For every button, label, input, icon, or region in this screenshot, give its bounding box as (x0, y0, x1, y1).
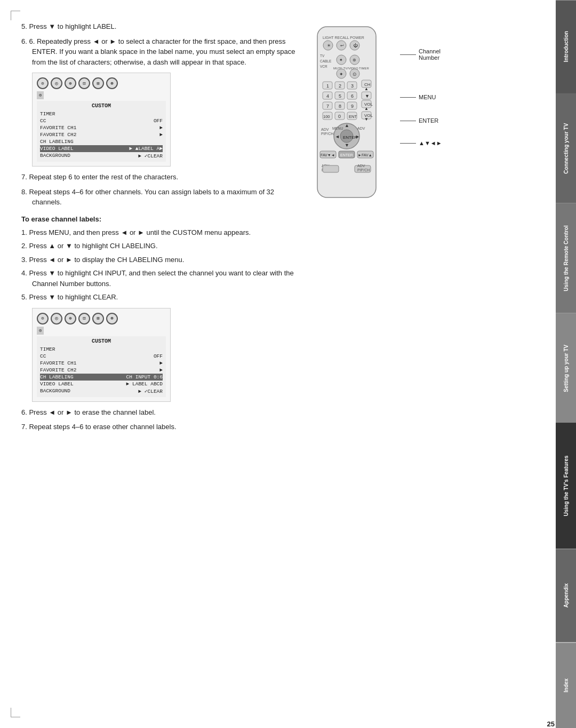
sidebar-tab-setting[interactable]: Setting up your TV (556, 313, 576, 423)
menu-icons-row: ⊙ ◎ ⊕ ⊡ ⊞ ⊛ (37, 77, 166, 89)
svg-text:0: 0 (338, 114, 341, 119)
svg-text:◄: ◄ (335, 134, 340, 139)
sidebar-tab-index[interactable]: Index (556, 643, 576, 728)
erase-step-5: 5. Press ▼ to highlight CLEAR. (21, 292, 299, 303)
svg-text:▲: ▲ (364, 106, 369, 111)
step-5-text: 5. Press ▼ to highlight LABEL. (21, 21, 299, 32)
step-6b-text: 6. Press ◄ or ► to erase the channel lab… (21, 407, 299, 418)
svg-text:ENT: ENT (349, 114, 357, 119)
icon-2: ◎ (51, 77, 62, 89)
svg-text:6: 6 (351, 93, 354, 99)
sidebar-tab-appendix[interactable]: Appendix (556, 549, 576, 642)
page-number: 25 (547, 720, 555, 728)
svg-text:✦: ✦ (339, 58, 343, 62)
svg-text:⊛: ⊛ (353, 58, 356, 62)
svg-text:2: 2 (339, 83, 341, 89)
icon-1: ⊙ (37, 77, 49, 89)
step-7-text: 7. Repeat step 6 to enter the rest of th… (21, 172, 299, 183)
svg-text:PIP/CH: PIP/CH (357, 168, 370, 172)
svg-text:1: 1 (326, 83, 329, 89)
label-line-ch (400, 54, 416, 55)
svg-text:ADV: ADV (357, 164, 365, 168)
menu-row-videolabel: VIDEO LABEL ► ▲LABEL A► (40, 145, 163, 152)
remote-label-block: Channel Number MENU ENTER ▲▼◄► (400, 48, 442, 146)
svg-text:9: 9 (351, 104, 354, 109)
menu2-row-fav2: FAVORITE CH2 ► (40, 367, 163, 374)
icon-5: ⊞ (92, 77, 104, 89)
icon-6: ⊛ (106, 77, 118, 89)
menu-screenshot-2: ⊙ ◎ ⊕ ⊡ ⊞ ⊛ ⊙ CUSTOM TIMER CC OFF FA (32, 308, 171, 402)
svg-text:LIGHT  RECALL POWER: LIGHT RECALL POWER (323, 36, 364, 39)
step-8: 8. Repeat steps 4–6 for other channels. … (21, 187, 299, 208)
menu-body-2: CUSTOM TIMER CC OFF FAVORITE CH1 ► FAVOR… (37, 336, 166, 397)
menu-row-timer: TIMER (40, 110, 163, 117)
svg-text:▼: ▼ (345, 143, 349, 148)
menu-logo: ⊙ (37, 91, 44, 99)
sidebar-tab-introduction[interactable]: Introduction (556, 0, 576, 93)
svg-text:▼: ▼ (365, 93, 370, 99)
svg-text:►FAV▲: ►FAV▲ (358, 153, 372, 157)
icon2-5: ⊞ (92, 313, 104, 325)
menu-screenshot-1: ⊙ ◎ ⊕ ⊡ ⊞ ⊛ ⊙ CUSTOM TIMER CC OFF FA (32, 73, 171, 167)
svg-text:ADV: ADV (357, 126, 365, 130)
step-7b: 7. Repeat steps 4–6 to erase other chann… (21, 422, 299, 432)
svg-text:MENU: MENU (332, 126, 343, 130)
sidebar-tab-connecting[interactable]: Connecting your TV (556, 93, 576, 203)
step-7: 7. Repeat step 6 to enter the rest of th… (21, 172, 299, 183)
label-line-menu (400, 97, 416, 98)
icon2-4: ⊡ (78, 313, 90, 325)
svg-text:3: 3 (351, 83, 354, 89)
menu-body-1: CUSTOM TIMER CC OFF FAVORITE CH1 ► FAVOR… (37, 101, 166, 162)
label-line-arrows (400, 143, 416, 144)
svg-text:8: 8 (339, 104, 341, 109)
svg-text:✦: ✦ (339, 72, 343, 77)
erase-step-4: 4. Press ▼ to highlight CH INPUT, and th… (21, 268, 299, 289)
menu-icons-row-2: ⊙ ◎ ⊕ ⊡ ⊞ ⊛ (37, 313, 166, 325)
svg-text:4: 4 (326, 93, 329, 99)
channel-number-label: Channel Number (419, 48, 441, 61)
sidebar-tab-features[interactable]: Using the TV's Features (556, 423, 576, 549)
menu-label: MENU (419, 94, 436, 100)
menu-title-1: CUSTOM (40, 103, 163, 109)
label-arrows: ▲▼◄► (400, 140, 442, 146)
remote-control-image: LIGHT RECALL POWER ☀ ↩ ⏻ TV CABLE VCR ✦ … (304, 24, 389, 205)
svg-text:VCR: VCR (320, 65, 327, 68)
menu-row-fav2: FAVORITE CH2 ► (40, 131, 163, 138)
svg-text:PIP/CH: PIP/CH (321, 132, 333, 136)
menu2-row-fav1: FAVORITE CH1 ► (40, 360, 163, 367)
left-column: 5. Press ▼ to highlight LABEL. 6. 6. Rep… (21, 21, 299, 437)
step-6b: 6. Press ◄ or ► to erase the channel lab… (21, 407, 299, 418)
menu-logo-2: ⊙ (37, 327, 44, 335)
label-line-enter (400, 121, 416, 121)
arrows-label: ▲▼◄► (419, 140, 442, 146)
svg-text:⊙: ⊙ (353, 72, 357, 77)
svg-text:100: 100 (323, 114, 330, 119)
svg-text:ADV: ADV (321, 128, 329, 131)
main-content: 5. Press ▼ to highlight LABEL. 6. 6. Rep… (21, 21, 547, 707)
svg-text:⏻: ⏻ (353, 43, 358, 48)
icon-3: ⊕ (65, 77, 76, 89)
menu2-row-videolabel: VIDEO LABEL ► LABEL ABCD (40, 381, 163, 387)
step-7b-text: 7. Repeat steps 4–6 to erase other chann… (21, 422, 299, 432)
erase-step-3: 3. Press ◄ or ► to display the CH LABELI… (21, 255, 299, 265)
svg-text:☀: ☀ (327, 43, 331, 48)
erase-steps-list: 1. Press MENU, and then press ◄ or ► unt… (21, 227, 299, 303)
menu2-row-chlabeling: CH LABELING CH INPUT 0:6 (40, 374, 163, 381)
erase-step-2: 2. Press ▲ or ▼ to highlight CH LABELING… (21, 241, 299, 251)
remote-wrap: LIGHT RECALL POWER ☀ ↩ ⏻ TV CABLE VCR ✦ … (304, 24, 507, 205)
svg-text:7: 7 (326, 104, 329, 109)
label-channel-number: Channel Number (400, 48, 442, 61)
menu-row-cc: CC OFF (40, 117, 163, 124)
icon2-6: ⊛ (106, 313, 118, 325)
sidebar-tab-remote[interactable]: Using the Remote Control (556, 203, 576, 313)
icon-4: ⊡ (78, 77, 90, 89)
menu-row-fav1: FAVORITE CH1 ► (40, 124, 163, 131)
erase-heading: To erase channel labels: (21, 215, 299, 223)
menu-title-2: CUSTOM (40, 338, 163, 344)
svg-text:5: 5 (339, 93, 341, 99)
enter-label: ENTER (419, 117, 438, 124)
svg-text:▲: ▲ (345, 123, 349, 128)
icon2-1: ⊙ (37, 313, 49, 325)
erase-step-1: 1. Press MENU, and then press ◄ or ► unt… (21, 227, 299, 238)
svg-text:ENTER: ENTER (343, 135, 357, 140)
